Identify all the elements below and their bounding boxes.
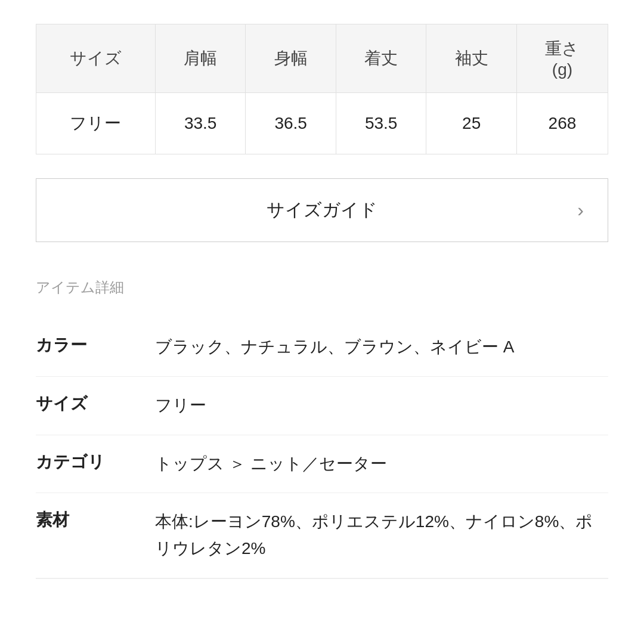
- detail-label-category: カテゴリ: [36, 451, 155, 473]
- col-header-weight: 重さ (g): [516, 24, 608, 93]
- col-header-sleeve: 袖丈: [426, 24, 517, 93]
- table-header-row: サイズ 肩幅 身幅 着丈 袖丈 重さ (g): [36, 24, 608, 93]
- col-header-body: 身幅: [246, 24, 336, 93]
- detail-value-size: フリー: [155, 392, 608, 419]
- detail-row-size: サイズ フリー: [36, 377, 608, 435]
- cell-sleeve: 25: [426, 93, 517, 154]
- size-guide-button[interactable]: サイズガイド ›: [36, 178, 608, 242]
- bottom-divider: [36, 578, 608, 579]
- cell-body: 36.5: [246, 93, 336, 154]
- size-guide-label: サイズガイド: [60, 198, 584, 222]
- detail-label-size: サイズ: [36, 392, 155, 415]
- detail-row-category: カテゴリ トップス ＞ ニット／セーター: [36, 435, 608, 494]
- detail-label-color: カラー: [36, 334, 155, 357]
- detail-row-material: 素材 本体:レーヨン78%、ポリエステル12%、ナイロン8%、ポリウレタン2%: [36, 493, 608, 578]
- cell-shoulder: 33.5: [155, 93, 246, 154]
- cell-length: 53.5: [336, 93, 426, 154]
- detail-value-material: 本体:レーヨン78%、ポリエステル12%、ナイロン8%、ポリウレタン2%: [155, 509, 608, 562]
- chevron-right-icon: ›: [577, 199, 584, 221]
- detail-row-color: カラー ブラック、ナチュラル、ブラウン、ネイビー A: [36, 318, 608, 377]
- size-table: サイズ 肩幅 身幅 着丈 袖丈 重さ (g) フリー 33.5 36.5 53.…: [36, 24, 608, 154]
- detail-value-color: ブラック、ナチュラル、ブラウン、ネイビー A: [155, 334, 608, 361]
- col-header-shoulder: 肩幅: [155, 24, 246, 93]
- cell-weight: 268: [516, 93, 608, 154]
- detail-label-material: 素材: [36, 509, 155, 531]
- col-header-size: サイズ: [36, 24, 156, 93]
- detail-value-category: トップス ＞ ニット／セーター: [155, 451, 608, 478]
- size-table-wrapper: サイズ 肩幅 身幅 着丈 袖丈 重さ (g) フリー 33.5 36.5 53.…: [36, 24, 608, 154]
- item-details-section: アイテム詳細 カラー ブラック、ナチュラル、ブラウン、ネイビー A サイズ フリ…: [36, 278, 608, 620]
- page-container: サイズ 肩幅 身幅 着丈 袖丈 重さ (g) フリー 33.5 36.5 53.…: [0, 0, 644, 644]
- section-title: アイテム詳細: [36, 278, 608, 297]
- cell-size: フリー: [36, 93, 156, 154]
- table-row: フリー 33.5 36.5 53.5 25 268: [36, 93, 608, 154]
- col-header-length: 着丈: [336, 24, 426, 93]
